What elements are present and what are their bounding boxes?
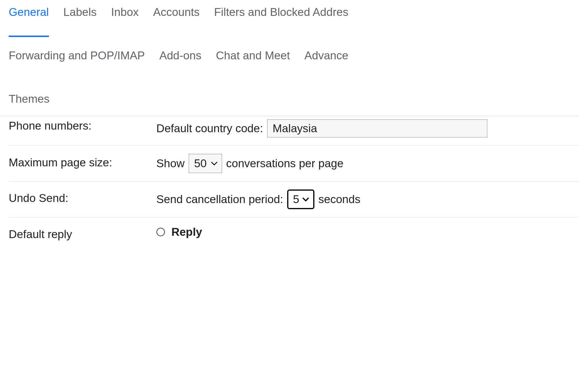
tabs-row-2: Forwarding and POP/IMAP Add-ons Chat and… (9, 49, 579, 72)
undo-send-label: Undo Send: (9, 189, 156, 206)
tab-themes[interactable]: Themes (9, 93, 50, 107)
reply-option-row: Reply (156, 226, 202, 238)
undo-send-value: Send cancellation period: 5 seconds (156, 189, 579, 209)
chevron-down-icon (302, 197, 309, 202)
undo-send-text-before: Send cancellation period: (156, 193, 283, 206)
page-size-text-before: Show (156, 157, 185, 170)
settings-body: Phone numbers: Default country code: Mal… (0, 116, 579, 250)
page-size-selected: 50 (194, 157, 207, 170)
reply-radio[interactable] (156, 228, 165, 236)
setting-phone-numbers: Phone numbers: Default country code: Mal… (9, 116, 579, 146)
setting-default-reply: Default reply Reply (9, 218, 579, 250)
default-country-code-label: Default country code: (156, 122, 263, 135)
phone-numbers-label: Phone numbers: (9, 117, 156, 134)
page-size-select[interactable]: 50 (189, 154, 222, 173)
tab-general[interactable]: General (9, 6, 49, 37)
default-reply-value: Reply (156, 226, 579, 238)
phone-numbers-value: Default country code: Malaysia (156, 119, 579, 137)
tab-advanced[interactable]: Advance (304, 49, 348, 64)
tab-forwarding[interactable]: Forwarding and POP/IMAP (9, 49, 145, 64)
default-reply-label: Default reply (9, 226, 156, 242)
undo-send-select[interactable]: 5 (287, 189, 314, 209)
page-size-text-after: conversations per page (226, 157, 343, 170)
undo-send-text-after: seconds (318, 193, 360, 206)
tab-inbox[interactable]: Inbox (111, 6, 139, 20)
tab-labels[interactable]: Labels (63, 6, 97, 20)
tab-filters[interactable]: Filters and Blocked Addres (214, 6, 349, 20)
page-size-label: Maximum page size: (9, 154, 156, 170)
chevron-down-icon (211, 161, 218, 166)
setting-page-size: Maximum page size: Show 50 conversations… (9, 146, 579, 181)
country-code-select[interactable]: Malaysia (267, 119, 487, 137)
undo-send-selected: 5 (293, 193, 299, 206)
reply-radio-label: Reply (171, 226, 202, 238)
tab-chat-meet[interactable]: Chat and Meet (216, 49, 290, 64)
tabs-row-3: Themes (9, 93, 579, 116)
settings-tabs: General Labels Inbox Accounts Filters an… (0, 0, 579, 116)
setting-undo-send: Undo Send: Send cancellation period: 5 s… (9, 181, 579, 218)
page-size-value: Show 50 conversations per page (156, 154, 579, 173)
tabs-row-1: General Labels Inbox Accounts Filters an… (9, 6, 579, 29)
country-code-value: Malaysia (273, 122, 317, 135)
tab-addons[interactable]: Add-ons (159, 49, 201, 64)
tab-accounts[interactable]: Accounts (153, 6, 199, 20)
